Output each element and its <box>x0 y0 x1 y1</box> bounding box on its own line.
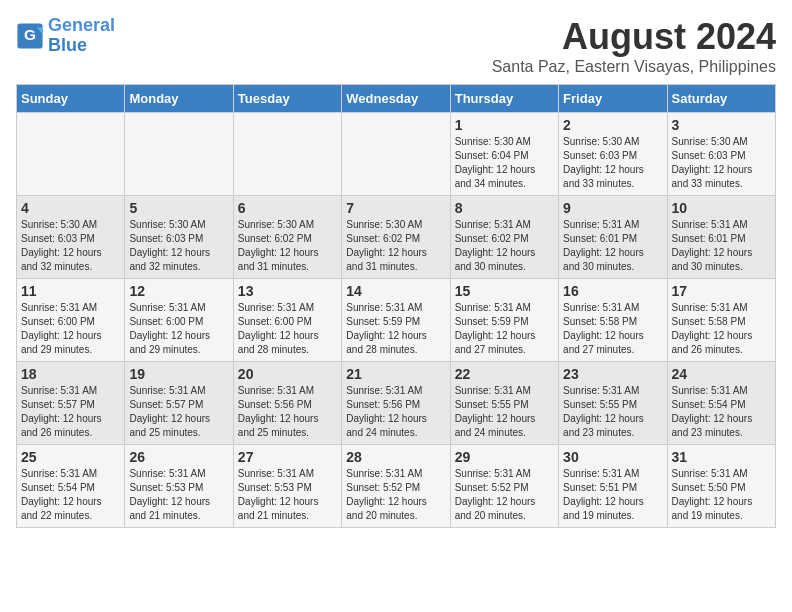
day-cell <box>233 113 341 196</box>
day-info: Sunrise: 5:31 AM Sunset: 6:01 PM Dayligh… <box>563 218 662 274</box>
day-number: 24 <box>672 366 771 382</box>
day-info: Sunrise: 5:31 AM Sunset: 6:01 PM Dayligh… <box>672 218 771 274</box>
day-cell: 11Sunrise: 5:31 AM Sunset: 6:00 PM Dayli… <box>17 279 125 362</box>
header-cell-monday: Monday <box>125 85 233 113</box>
day-number: 12 <box>129 283 228 299</box>
day-cell: 20Sunrise: 5:31 AM Sunset: 5:56 PM Dayli… <box>233 362 341 445</box>
week-row-3: 11Sunrise: 5:31 AM Sunset: 6:00 PM Dayli… <box>17 279 776 362</box>
day-info: Sunrise: 5:30 AM Sunset: 6:04 PM Dayligh… <box>455 135 554 191</box>
day-cell <box>125 113 233 196</box>
day-cell: 27Sunrise: 5:31 AM Sunset: 5:53 PM Dayli… <box>233 445 341 528</box>
day-cell: 13Sunrise: 5:31 AM Sunset: 6:00 PM Dayli… <box>233 279 341 362</box>
day-cell: 17Sunrise: 5:31 AM Sunset: 5:58 PM Dayli… <box>667 279 775 362</box>
day-cell: 26Sunrise: 5:31 AM Sunset: 5:53 PM Dayli… <box>125 445 233 528</box>
header-cell-tuesday: Tuesday <box>233 85 341 113</box>
day-number: 6 <box>238 200 337 216</box>
day-number: 31 <box>672 449 771 465</box>
day-number: 29 <box>455 449 554 465</box>
day-cell: 7Sunrise: 5:30 AM Sunset: 6:02 PM Daylig… <box>342 196 450 279</box>
day-number: 16 <box>563 283 662 299</box>
day-info: Sunrise: 5:31 AM Sunset: 6:00 PM Dayligh… <box>21 301 120 357</box>
day-info: Sunrise: 5:31 AM Sunset: 5:52 PM Dayligh… <box>455 467 554 523</box>
day-info: Sunrise: 5:31 AM Sunset: 5:57 PM Dayligh… <box>21 384 120 440</box>
day-number: 15 <box>455 283 554 299</box>
day-cell <box>342 113 450 196</box>
title-area: August 2024 Santa Paz, Eastern Visayas, … <box>492 16 776 76</box>
day-info: Sunrise: 5:30 AM Sunset: 6:02 PM Dayligh… <box>346 218 445 274</box>
day-cell: 3Sunrise: 5:30 AM Sunset: 6:03 PM Daylig… <box>667 113 775 196</box>
day-info: Sunrise: 5:31 AM Sunset: 5:57 PM Dayligh… <box>129 384 228 440</box>
day-info: Sunrise: 5:31 AM Sunset: 5:56 PM Dayligh… <box>346 384 445 440</box>
day-number: 13 <box>238 283 337 299</box>
day-cell: 16Sunrise: 5:31 AM Sunset: 5:58 PM Dayli… <box>559 279 667 362</box>
week-row-5: 25Sunrise: 5:31 AM Sunset: 5:54 PM Dayli… <box>17 445 776 528</box>
header-row: SundayMondayTuesdayWednesdayThursdayFrid… <box>17 85 776 113</box>
day-cell: 5Sunrise: 5:30 AM Sunset: 6:03 PM Daylig… <box>125 196 233 279</box>
day-cell: 21Sunrise: 5:31 AM Sunset: 5:56 PM Dayli… <box>342 362 450 445</box>
subtitle: Santa Paz, Eastern Visayas, Philippines <box>492 58 776 76</box>
day-number: 21 <box>346 366 445 382</box>
day-number: 4 <box>21 200 120 216</box>
logo-text-line2: Blue <box>48 36 115 56</box>
day-number: 1 <box>455 117 554 133</box>
day-info: Sunrise: 5:31 AM Sunset: 5:53 PM Dayligh… <box>238 467 337 523</box>
logo-text-line1: General <box>48 16 115 36</box>
day-info: Sunrise: 5:31 AM Sunset: 5:54 PM Dayligh… <box>672 384 771 440</box>
day-cell: 9Sunrise: 5:31 AM Sunset: 6:01 PM Daylig… <box>559 196 667 279</box>
logo: G General Blue <box>16 16 115 56</box>
logo-icon: G <box>16 22 44 50</box>
day-cell: 30Sunrise: 5:31 AM Sunset: 5:51 PM Dayli… <box>559 445 667 528</box>
page-header: G General Blue August 2024 Santa Paz, Ea… <box>16 16 776 76</box>
day-cell: 12Sunrise: 5:31 AM Sunset: 6:00 PM Dayli… <box>125 279 233 362</box>
day-number: 11 <box>21 283 120 299</box>
day-cell: 2Sunrise: 5:30 AM Sunset: 6:03 PM Daylig… <box>559 113 667 196</box>
day-info: Sunrise: 5:31 AM Sunset: 5:54 PM Dayligh… <box>21 467 120 523</box>
day-cell: 31Sunrise: 5:31 AM Sunset: 5:50 PM Dayli… <box>667 445 775 528</box>
day-cell: 24Sunrise: 5:31 AM Sunset: 5:54 PM Dayli… <box>667 362 775 445</box>
day-cell: 1Sunrise: 5:30 AM Sunset: 6:04 PM Daylig… <box>450 113 558 196</box>
day-cell: 29Sunrise: 5:31 AM Sunset: 5:52 PM Dayli… <box>450 445 558 528</box>
day-cell: 25Sunrise: 5:31 AM Sunset: 5:54 PM Dayli… <box>17 445 125 528</box>
day-info: Sunrise: 5:30 AM Sunset: 6:03 PM Dayligh… <box>21 218 120 274</box>
day-number: 7 <box>346 200 445 216</box>
day-info: Sunrise: 5:31 AM Sunset: 5:59 PM Dayligh… <box>455 301 554 357</box>
day-info: Sunrise: 5:31 AM Sunset: 5:50 PM Dayligh… <box>672 467 771 523</box>
day-info: Sunrise: 5:31 AM Sunset: 5:58 PM Dayligh… <box>672 301 771 357</box>
header-cell-sunday: Sunday <box>17 85 125 113</box>
day-cell: 23Sunrise: 5:31 AM Sunset: 5:55 PM Dayli… <box>559 362 667 445</box>
day-info: Sunrise: 5:31 AM Sunset: 5:51 PM Dayligh… <box>563 467 662 523</box>
day-cell: 28Sunrise: 5:31 AM Sunset: 5:52 PM Dayli… <box>342 445 450 528</box>
day-number: 23 <box>563 366 662 382</box>
calendar-table: SundayMondayTuesdayWednesdayThursdayFrid… <box>16 84 776 528</box>
day-cell: 6Sunrise: 5:30 AM Sunset: 6:02 PM Daylig… <box>233 196 341 279</box>
day-info: Sunrise: 5:31 AM Sunset: 5:55 PM Dayligh… <box>455 384 554 440</box>
day-number: 30 <box>563 449 662 465</box>
day-cell: 22Sunrise: 5:31 AM Sunset: 5:55 PM Dayli… <box>450 362 558 445</box>
day-info: Sunrise: 5:30 AM Sunset: 6:03 PM Dayligh… <box>563 135 662 191</box>
calendar-body: 1Sunrise: 5:30 AM Sunset: 6:04 PM Daylig… <box>17 113 776 528</box>
day-number: 9 <box>563 200 662 216</box>
header-cell-wednesday: Wednesday <box>342 85 450 113</box>
day-number: 22 <box>455 366 554 382</box>
day-number: 5 <box>129 200 228 216</box>
day-number: 8 <box>455 200 554 216</box>
day-info: Sunrise: 5:31 AM Sunset: 6:00 PM Dayligh… <box>129 301 228 357</box>
calendar-header: SundayMondayTuesdayWednesdayThursdayFrid… <box>17 85 776 113</box>
day-number: 26 <box>129 449 228 465</box>
svg-text:G: G <box>24 26 36 43</box>
day-info: Sunrise: 5:31 AM Sunset: 5:53 PM Dayligh… <box>129 467 228 523</box>
day-info: Sunrise: 5:30 AM Sunset: 6:03 PM Dayligh… <box>672 135 771 191</box>
day-info: Sunrise: 5:31 AM Sunset: 5:58 PM Dayligh… <box>563 301 662 357</box>
week-row-4: 18Sunrise: 5:31 AM Sunset: 5:57 PM Dayli… <box>17 362 776 445</box>
day-info: Sunrise: 5:30 AM Sunset: 6:03 PM Dayligh… <box>129 218 228 274</box>
day-cell: 10Sunrise: 5:31 AM Sunset: 6:01 PM Dayli… <box>667 196 775 279</box>
day-number: 2 <box>563 117 662 133</box>
day-number: 28 <box>346 449 445 465</box>
day-number: 18 <box>21 366 120 382</box>
week-row-2: 4Sunrise: 5:30 AM Sunset: 6:03 PM Daylig… <box>17 196 776 279</box>
header-cell-friday: Friday <box>559 85 667 113</box>
day-info: Sunrise: 5:31 AM Sunset: 5:59 PM Dayligh… <box>346 301 445 357</box>
day-cell: 18Sunrise: 5:31 AM Sunset: 5:57 PM Dayli… <box>17 362 125 445</box>
day-cell: 4Sunrise: 5:30 AM Sunset: 6:03 PM Daylig… <box>17 196 125 279</box>
header-cell-saturday: Saturday <box>667 85 775 113</box>
